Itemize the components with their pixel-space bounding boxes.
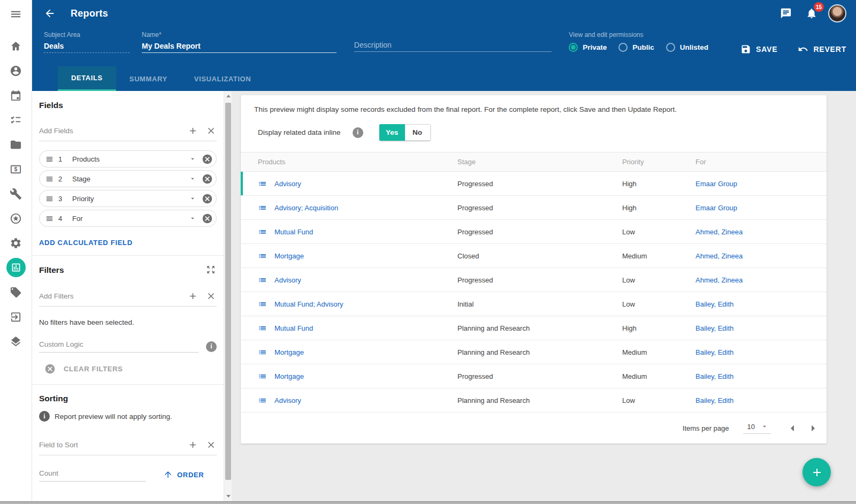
add-filters-label[interactable]: Add Filters xyxy=(39,292,180,300)
table-row[interactable]: Advisory; Acquisition Progressed High Em… xyxy=(241,196,827,220)
expand-fullscreen-icon[interactable] xyxy=(206,265,217,276)
products-cell-link[interactable]: Advisory xyxy=(274,396,301,404)
layers-icon[interactable] xyxy=(9,334,23,348)
drag-handle-icon[interactable] xyxy=(45,214,54,223)
permissions-group: View and edit permissions Private Public… xyxy=(569,31,720,52)
tasks-icon[interactable] xyxy=(9,113,23,127)
products-cell-link[interactable]: Advisory xyxy=(274,276,301,284)
drag-handle-icon[interactable] xyxy=(45,155,54,163)
save-button[interactable]: SAVE xyxy=(740,31,777,55)
billing-icon[interactable]: $ xyxy=(9,162,23,176)
for-cell-link[interactable]: Emaar Group xyxy=(696,204,737,212)
chevron-down-icon[interactable] xyxy=(188,214,197,223)
tab-details[interactable]: DETAILS xyxy=(58,66,116,91)
next-page-icon[interactable] xyxy=(806,422,819,434)
svg-text:$: $ xyxy=(14,165,18,172)
previous-page-icon[interactable] xyxy=(786,422,799,434)
favorites-icon[interactable] xyxy=(9,211,23,225)
scroll-down-icon[interactable] xyxy=(224,492,232,500)
remove-field-icon[interactable] xyxy=(201,192,213,205)
calendar-icon[interactable] xyxy=(9,88,23,102)
remove-field-icon[interactable] xyxy=(201,172,213,185)
add-sort-plus-icon[interactable] xyxy=(187,439,198,450)
add-fields-label[interactable]: Add Fields xyxy=(39,127,180,135)
remove-field-icon[interactable] xyxy=(201,212,213,225)
subject-area-value[interactable] xyxy=(44,41,129,53)
table-row[interactable]: Mutual Fund Progressed Low Ahmed, Zineea xyxy=(241,220,827,244)
notifications-bell-icon[interactable]: 15 xyxy=(804,5,820,21)
count-input[interactable] xyxy=(39,469,146,482)
add-filters-close-icon[interactable] xyxy=(205,290,217,302)
folder-icon[interactable] xyxy=(9,138,23,151)
for-cell-link[interactable]: Ahmed, Zineea xyxy=(696,252,743,260)
toggle-yes-button[interactable]: Yes xyxy=(379,124,405,141)
revert-button[interactable]: REVERT xyxy=(798,31,846,55)
radio-public[interactable]: Public xyxy=(618,43,654,52)
table-row[interactable]: Advisory Planning and Research Low Baile… xyxy=(241,388,827,413)
back-arrow-icon[interactable] xyxy=(44,6,59,21)
table-row[interactable]: Mutual Fund; Advisory Initial Low Bailey… xyxy=(241,292,827,316)
table-row[interactable]: Mortgage Planning and Research Medium Ba… xyxy=(241,340,827,364)
page-size-select[interactable]: 10 xyxy=(743,422,771,434)
preview-notice-text: This preview might display some records … xyxy=(241,105,827,113)
radio-private[interactable]: Private xyxy=(569,43,607,52)
add-record-fab-button[interactable] xyxy=(802,458,831,486)
products-cell-link[interactable]: Mortgage xyxy=(274,252,304,260)
tools-icon[interactable] xyxy=(9,187,23,201)
table-row[interactable]: Mortgage Closed Medium Ahmed, Zineea xyxy=(241,244,827,268)
table-row[interactable]: Advisory Progressed Low Ahmed, Zineea xyxy=(241,268,827,292)
scrollbar-thumb[interactable] xyxy=(225,103,231,480)
for-cell-link[interactable]: Bailey, Edith xyxy=(696,300,733,308)
table-row[interactable]: Advisory Progressed High Emaar Group xyxy=(241,172,827,196)
tags-icon[interactable] xyxy=(9,285,23,299)
user-avatar[interactable] xyxy=(828,4,846,22)
drag-handle-icon[interactable] xyxy=(45,194,54,203)
table-row[interactable]: Mortgage Progressed Medium Bailey, Edith xyxy=(241,364,827,388)
add-fields-plus-icon[interactable] xyxy=(187,125,198,136)
contacts-icon[interactable] xyxy=(9,64,23,78)
home-icon[interactable] xyxy=(9,39,23,53)
products-cell-link[interactable]: Mutual Fund; Advisory xyxy=(274,300,343,308)
hamburger-menu-icon[interactable] xyxy=(9,7,23,21)
field-to-sort-label[interactable]: Field to Sort xyxy=(39,441,180,449)
chevron-down-icon[interactable] xyxy=(188,174,197,183)
order-button[interactable]: ORDER xyxy=(163,470,204,482)
panel-scrollbar[interactable] xyxy=(224,91,232,501)
for-cell-link[interactable]: Bailey, Edith xyxy=(696,348,733,356)
chat-icon[interactable] xyxy=(778,5,794,21)
products-cell-link[interactable]: Mortgage xyxy=(274,372,304,380)
scroll-up-icon[interactable] xyxy=(224,92,232,100)
import-exit-icon[interactable] xyxy=(9,310,23,324)
for-cell-link[interactable]: Ahmed, Zineea xyxy=(696,276,743,284)
clear-sort-close-icon[interactable] xyxy=(205,439,217,450)
reports-chart-icon-active[interactable] xyxy=(6,258,26,277)
description-input[interactable] xyxy=(354,40,552,52)
custom-logic-input[interactable] xyxy=(39,340,198,353)
chevron-down-icon[interactable] xyxy=(188,194,197,203)
products-cell-link[interactable]: Mortgage xyxy=(274,348,304,356)
products-cell-link[interactable]: Advisory xyxy=(274,180,301,188)
radio-unlisted[interactable]: Unlisted xyxy=(666,43,708,52)
drag-handle-icon[interactable] xyxy=(45,174,54,183)
tab-summary[interactable]: SUMMARY xyxy=(116,66,181,91)
for-cell-link[interactable]: Bailey, Edith xyxy=(696,324,733,332)
remove-field-icon[interactable] xyxy=(201,152,213,165)
chevron-down-icon[interactable] xyxy=(188,155,197,163)
products-cell-link[interactable]: Mutual Fund xyxy=(274,228,313,236)
for-cell-link[interactable]: Bailey, Edith xyxy=(696,396,733,404)
toggle-no-button[interactable]: No xyxy=(405,124,431,141)
add-filters-plus-icon[interactable] xyxy=(187,290,198,302)
products-cell-link[interactable]: Advisory; Acquisition xyxy=(274,204,338,212)
for-cell-link[interactable]: Bailey, Edith xyxy=(696,372,733,380)
for-cell-link[interactable]: Emaar Group xyxy=(696,180,737,188)
report-name-input[interactable] xyxy=(142,41,337,53)
for-cell-link[interactable]: Ahmed, Zineea xyxy=(696,228,743,236)
add-fields-close-icon[interactable] xyxy=(205,125,217,136)
tab-visualization[interactable]: VISUALIZATION xyxy=(181,66,265,91)
settings-gear-icon[interactable] xyxy=(9,236,23,250)
products-cell-link[interactable]: Mutual Fund xyxy=(274,324,313,332)
horizontal-scrollbar[interactable] xyxy=(0,501,856,504)
clear-filters-button[interactable]: CLEAR FILTERS xyxy=(44,363,217,375)
table-row[interactable]: Mutual Fund Planning and Research High B… xyxy=(241,316,827,340)
add-calculated-field-button[interactable]: ADD CALCULATED FIELD xyxy=(39,239,133,247)
